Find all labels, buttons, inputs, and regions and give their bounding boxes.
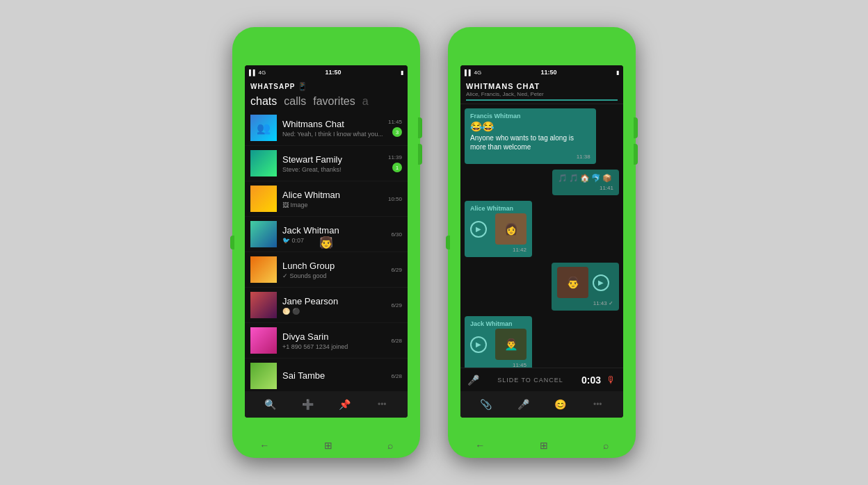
chat-info-jack: Jack Whitman 🐦 0:07 xyxy=(282,225,385,244)
chat-item-lunch[interactable]: Lunch Group ✓ Sounds good 6/29 xyxy=(245,252,408,288)
video-message-row: 👨 ▶ xyxy=(557,267,613,298)
messages-area: Francis Whitman 😂😂 Anyone who wants to t… xyxy=(460,104,623,380)
message-sender: Jack Whitman xyxy=(470,320,527,327)
signal-icon: ▌▌ 4G xyxy=(465,69,481,76)
chat-info-whitmans: Whitmans Chat Ned: Yeah, I think I know … xyxy=(282,119,383,138)
search-button[interactable]: ⌕ xyxy=(603,440,609,451)
signal-icon: ▌▌ 4G xyxy=(249,69,266,76)
avatar-lunch xyxy=(250,256,277,283)
message-emoji: 😂😂 xyxy=(470,121,590,132)
chat-name: Alice Whitman xyxy=(282,190,383,200)
video-thumbnail: 👨 xyxy=(557,267,588,298)
play-button[interactable]: ▶ xyxy=(470,336,487,353)
chat-name: Divya Sarin xyxy=(282,331,385,342)
volume-down-button[interactable] xyxy=(418,144,422,165)
slide-to-cancel-label: SLIDE TO CANCEL xyxy=(485,377,576,384)
chat-preview: 🐦 0:07 xyxy=(282,237,385,244)
time-display: 11:50 xyxy=(326,69,341,76)
message-text: Anyone who wants to tag along is more th… xyxy=(470,133,590,151)
play-button[interactable]: ▶ xyxy=(470,221,487,238)
chat-title: WHITMANS CHAT xyxy=(466,82,618,90)
message-sender: Francis Whitman xyxy=(470,113,590,120)
app-header: WHATSAPP 📱 xyxy=(245,79,408,92)
add-chat-icon[interactable]: ➕ xyxy=(298,395,317,414)
search-button[interactable]: ⌕ xyxy=(387,440,393,451)
search-icon[interactable]: 🔍 xyxy=(261,395,280,414)
chat-name: Sai Tambe xyxy=(282,370,385,381)
chat-time: 6/28 xyxy=(391,373,402,379)
phone-screen-left: ▌▌ 4G 11:50 ▮ WHATSAPP 📱 chats calls fav… xyxy=(245,65,408,418)
message-time: 11:41 xyxy=(558,185,613,191)
recording-timer: 0:03 xyxy=(581,375,601,386)
play-button[interactable]: ▶ xyxy=(593,274,609,291)
avatar-stewart xyxy=(250,150,277,176)
more-icon[interactable]: ••• xyxy=(588,395,607,414)
chat-header: WHITMANS CHAT Alice, Francis, Jack, Ned,… xyxy=(460,79,623,104)
volume-up-button[interactable] xyxy=(634,117,638,138)
chat-info-alice: Alice Whitman 🖼 Image xyxy=(282,190,383,208)
windows-button[interactable]: ⊞ xyxy=(540,440,548,451)
chat-preview: Steve: Great, thanks! xyxy=(282,166,383,173)
message-item: Jack Whitman ▶ 👨‍🦱 11:45 xyxy=(465,316,532,372)
chat-time: 6/28 xyxy=(391,338,402,344)
chat-info-jane: Jane Pearson 🌕 ⚫ xyxy=(282,296,385,315)
avatar-whitmans xyxy=(250,115,277,141)
volume-down-button[interactable] xyxy=(634,144,638,165)
chat-item-sai[interactable]: Sai Tambe 6/28 xyxy=(245,359,408,394)
battery-icon: ▮ xyxy=(616,69,619,76)
windows-button[interactable]: ⊞ xyxy=(324,440,332,451)
chat-meta: 6/29 xyxy=(391,267,402,273)
avatar-alice xyxy=(250,186,277,212)
chat-name: Whitmans Chat xyxy=(282,119,383,129)
chat-list: Whitmans Chat Ned: Yeah, I think I know … xyxy=(245,110,408,400)
mic-icon[interactable]: 🎤 xyxy=(513,395,533,414)
chat-item-jane[interactable]: Jane Pearson 🌕 ⚫ 6/29 xyxy=(245,288,408,323)
tab-more[interactable]: a xyxy=(362,95,369,108)
chat-item-divya[interactable]: Divya Sarin +1 890 567 1234 joined 6/28 xyxy=(245,323,408,359)
back-button[interactable]: ← xyxy=(259,440,269,451)
tab-calls[interactable]: calls xyxy=(284,95,306,108)
chat-time: 10:50 xyxy=(388,196,402,202)
chat-name: Jane Pearson xyxy=(282,296,385,306)
camera-button[interactable] xyxy=(446,236,450,249)
unread-count: 3 xyxy=(392,127,402,137)
message-time: 11:42 xyxy=(470,247,527,253)
avatar-jack xyxy=(250,221,277,247)
avatar-jane xyxy=(250,292,277,318)
chat-name: Stewart Family xyxy=(282,154,383,165)
tab-favorites[interactable]: favorites xyxy=(313,95,355,108)
attach-icon[interactable]: 📎 xyxy=(476,395,496,414)
video-message-row: ▶ 👩 xyxy=(470,213,527,245)
chat-name: Lunch Group xyxy=(282,261,385,271)
tab-chats[interactable]: chats xyxy=(250,95,277,108)
chat-time: 11:45 xyxy=(388,119,402,125)
chat-meta: 6/28 xyxy=(391,338,402,344)
chat-info-divya: Divya Sarin +1 890 567 1234 joined xyxy=(282,331,385,350)
windows-nav-left: ← ⊞ ⌕ xyxy=(232,440,420,451)
right-phone: ▌▌ 4G 11:50 ▮ WHITMANS CHAT Alice, Franc… xyxy=(448,27,636,458)
app-name: WHATSAPP 📱 xyxy=(250,82,402,91)
more-icon[interactable]: ••• xyxy=(372,395,392,414)
chat-name: Jack Whitman xyxy=(282,225,385,236)
chat-meta: 6/30 xyxy=(391,231,402,238)
chat-item-stewart[interactable]: Stewart Family Steve: Great, thanks! 11:… xyxy=(245,146,408,181)
chat-item-alice[interactable]: Alice Whitman 🖼 Image 10:50 xyxy=(245,181,408,217)
avatar-sai xyxy=(250,363,277,389)
back-button[interactable]: ← xyxy=(475,440,485,451)
chat-meta: 10:50 xyxy=(388,196,402,202)
volume-up-button[interactable] xyxy=(418,117,422,138)
avatar-divya xyxy=(250,327,277,354)
windows-nav-right: ← ⊞ ⌕ xyxy=(448,440,636,451)
pin-icon[interactable]: 📌 xyxy=(335,395,355,414)
emoji-icon[interactable]: 😊 xyxy=(551,395,570,414)
recording-bar: 🎤 SLIDE TO CANCEL 0:03 🎙 xyxy=(460,368,623,391)
chat-item-whitmans[interactable]: Whitmans Chat Ned: Yeah, I think I know … xyxy=(245,110,408,146)
message-item: 🎵🎵🏠🐬📦 11:41 xyxy=(552,170,619,195)
status-bar-left: ▌▌ 4G 11:50 ▮ xyxy=(245,65,408,79)
chat-meta: 11:39 1 xyxy=(388,154,402,172)
camera-button[interactable] xyxy=(230,236,234,249)
whatsapp-icon: 📱 xyxy=(298,82,308,91)
message-time: 11:43 ✓ xyxy=(557,300,613,306)
chat-info-stewart: Stewart Family Steve: Great, thanks! xyxy=(282,154,383,173)
chat-time: 6/29 xyxy=(391,267,402,273)
